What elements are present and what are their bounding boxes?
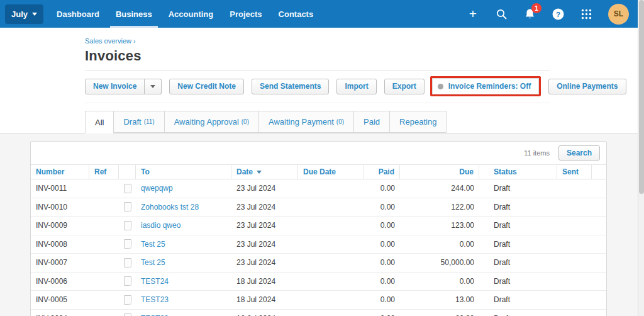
import-button[interactable]: Import — [336, 79, 376, 94]
invoice-status: Draft — [479, 310, 557, 316]
document-icon[interactable] — [124, 313, 131, 316]
invoice-ref — [89, 198, 119, 217]
invoice-contact-link[interactable]: Test 25 — [141, 258, 165, 267]
invoice-due: 50,000.00 — [400, 254, 479, 272]
tab-awaiting-payment[interactable]: Awaiting Payment(0) — [258, 111, 353, 133]
page-header: Sales overview › Invoices New Invoice Ne… — [0, 28, 644, 103]
table-row[interactable]: INV-0011 qwepqwp 23 Jul 2024 0.00 244.00… — [31, 179, 606, 198]
column-header-attachment[interactable] — [119, 165, 136, 179]
invoice-due: 13.00 — [400, 291, 479, 309]
chevron-down-icon — [32, 13, 37, 16]
new-credit-note-button[interactable]: New Credit Note — [169, 79, 244, 94]
scrollbar-thumb[interactable] — [639, 0, 644, 194]
content-panel: 11 items Search Number Ref To Date Due D… — [0, 133, 644, 316]
tab-all[interactable]: All — [85, 111, 113, 133]
document-icon[interactable] — [124, 276, 131, 286]
invoice-number: INV-0006 — [31, 273, 89, 291]
invoice-date: 18 Jul 2024 — [231, 291, 298, 309]
org-menu-button[interactable]: July — [5, 4, 43, 24]
invoice-sent — [557, 254, 592, 272]
column-header-to[interactable]: To — [136, 165, 231, 179]
table-row[interactable]: INV-0007 Test 25 23 Jul 2024 0.00 50,000… — [31, 254, 606, 273]
document-icon[interactable] — [124, 295, 131, 305]
invoice-status: Draft — [479, 291, 557, 309]
invoice-ref — [89, 235, 119, 254]
new-invoice-dropdown-button[interactable] — [145, 79, 162, 94]
plus-icon[interactable]: + — [467, 8, 479, 20]
invoice-due: 122.00 — [400, 198, 479, 217]
invoice-contact-link[interactable]: iasdio qweo — [141, 221, 180, 230]
nav-item-business[interactable]: Business — [108, 0, 160, 28]
invoice-due-date — [298, 254, 364, 272]
invoice-due: 244.00 — [400, 179, 479, 198]
invoice-contact-link[interactable]: TEST24 — [141, 277, 169, 286]
invoice-date: 23 Jul 2024 — [231, 235, 298, 254]
invoice-reminders-button[interactable]: Invoice Reminders: Off — [432, 78, 539, 94]
help-icon[interactable]: ? — [552, 8, 564, 20]
search-icon[interactable] — [495, 8, 508, 20]
invoice-number: INV-0005 — [31, 291, 89, 309]
table-row[interactable]: INV-0006 TEST24 18 Jul 2024 0.00 0.00 Dr… — [31, 273, 606, 291]
send-statements-button[interactable]: Send Statements — [252, 79, 329, 94]
table-row[interactable]: INV-0009 iasdio qweo 23 Jul 2024 0.00 12… — [31, 217, 606, 235]
table-row[interactable]: INV-0005 TEST23 18 Jul 2024 0.00 13.00 D… — [31, 291, 606, 310]
tab-repeating[interactable]: Repeating — [389, 111, 447, 133]
page-title: Invoices — [85, 48, 644, 64]
top-navbar: July Dashboard Business Accounting Proje… — [0, 0, 638, 28]
invoice-paid: 0.00 — [364, 291, 400, 309]
toolbar: New Invoice New Credit Note Send Stateme… — [85, 76, 644, 96]
tab-paid[interactable]: Paid — [353, 111, 389, 133]
document-icon[interactable] — [124, 221, 131, 230]
breadcrumb[interactable]: Sales overview › — [85, 37, 136, 45]
tab-draft[interactable]: Draft(11) — [113, 111, 164, 133]
table-header: Number Ref To Date Due Date Paid Due Sta… — [31, 164, 606, 179]
invoice-date: 23 Jul 2024 — [231, 198, 298, 217]
table-row[interactable]: INV-0008 Test 25 23 Jul 2024 0.00 0.00 D… — [31, 235, 606, 254]
column-header-paid[interactable]: Paid — [364, 165, 400, 179]
column-header-due[interactable]: Due — [400, 165, 479, 179]
column-header-number[interactable]: Number — [31, 165, 89, 179]
invoice-number: INV-0009 — [31, 217, 89, 235]
invoice-sent — [557, 273, 592, 291]
column-header-date[interactable]: Date — [231, 165, 298, 179]
nav-item-contacts[interactable]: Contacts — [270, 0, 322, 28]
nav-item-dashboard[interactable]: Dashboard — [48, 0, 108, 28]
nav-item-projects[interactable]: Projects — [221, 0, 270, 28]
column-header-due-date[interactable]: Due Date — [298, 165, 364, 179]
apps-grid-icon[interactable] — [580, 8, 592, 20]
column-header-status[interactable]: Status — [479, 165, 557, 179]
tab-awaiting-approval[interactable]: Awaiting Approval(0) — [164, 111, 258, 133]
invoice-contact-link[interactable]: qwepqwp — [141, 184, 173, 193]
user-avatar[interactable]: SL — [608, 4, 629, 25]
table-row[interactable]: INV-0010 Zohobooks tst 28 23 Jul 2024 0.… — [31, 198, 606, 217]
invoice-contact-link[interactable]: Zohobooks tst 28 — [141, 203, 199, 212]
document-icon[interactable] — [124, 258, 131, 268]
export-button[interactable]: Export — [384, 79, 425, 94]
invoice-paid: 0.00 — [364, 273, 400, 291]
invoice-due-date — [298, 273, 364, 291]
page-scrollbar[interactable] — [638, 0, 644, 316]
invoice-date: 23 Jul 2024 — [231, 179, 298, 198]
document-icon[interactable] — [124, 202, 131, 212]
search-button[interactable]: Search — [558, 145, 600, 161]
invoice-date: 16 Jul 2024 — [231, 310, 298, 316]
invoice-contact-link[interactable]: Test 25 — [141, 240, 165, 249]
invoice-contact-link[interactable]: TEST23 — [141, 295, 169, 304]
column-header-sent[interactable]: Sent — [557, 165, 592, 179]
invoice-sent — [557, 291, 592, 309]
document-icon[interactable] — [124, 184, 131, 193]
invoice-due-date — [298, 291, 364, 309]
invoice-tabs: All Draft(11) Awaiting Approval(0) Await… — [0, 111, 644, 133]
invoice-ref — [89, 179, 119, 198]
invoice-due-date — [298, 217, 364, 235]
invoices-table-card: 11 items Search Number Ref To Date Due D… — [30, 141, 607, 316]
invoice-date: 23 Jul 2024 — [231, 254, 298, 272]
column-header-ref[interactable]: Ref — [89, 165, 119, 179]
table-row[interactable]: INV-0004 TEST23 16 Jul 2024 0.00 60.00 D… — [31, 310, 606, 316]
nav-item-accounting[interactable]: Accounting — [160, 0, 222, 28]
new-invoice-button[interactable]: New Invoice — [85, 79, 145, 94]
notifications-icon[interactable]: 1 — [523, 8, 536, 20]
online-payments-button[interactable]: Online Payments — [548, 79, 626, 94]
invoice-date: 23 Jul 2024 — [231, 217, 298, 235]
document-icon[interactable] — [124, 239, 131, 249]
